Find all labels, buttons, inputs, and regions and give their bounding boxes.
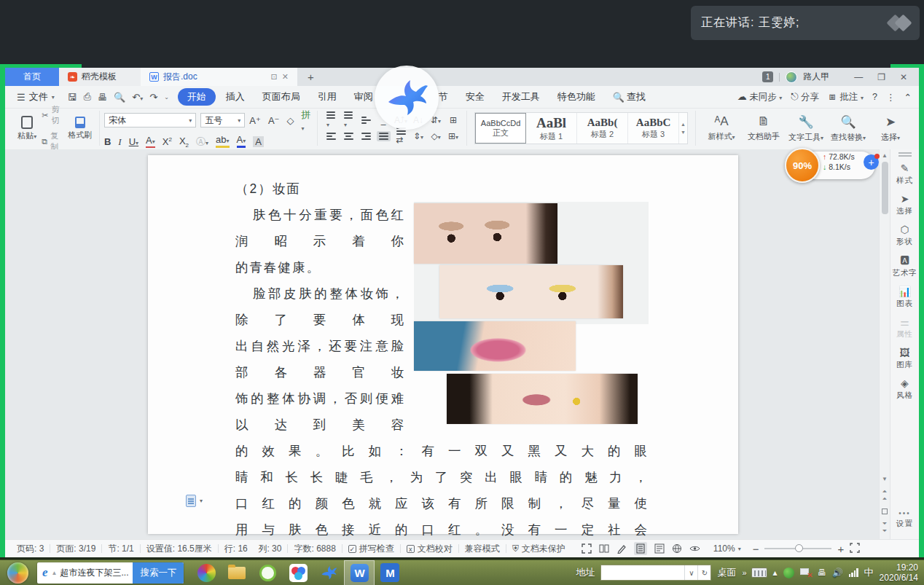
widget-plus-button[interactable]: +	[864, 154, 879, 170]
justify-button[interactable]	[377, 131, 391, 141]
tab-close-icon[interactable]: ✕	[282, 72, 289, 82]
user-avatar[interactable]	[786, 71, 797, 83]
more-icon[interactable]: ⌄	[164, 94, 169, 101]
desktop-toolbar-label[interactable]: 桌面	[717, 566, 736, 579]
page-view-icon[interactable]	[634, 542, 647, 555]
previous-page-icon[interactable]: ⏶⏶	[882, 488, 887, 503]
web-view-icon[interactable]	[672, 543, 682, 554]
share-button[interactable]: ⎋ 分享	[791, 91, 819, 103]
line-spacing-button[interactable]: ⇕▾	[413, 131, 423, 141]
autocorrect-options-button[interactable]: ▾	[186, 495, 203, 507]
clear-format-button[interactable]: ◇	[286, 115, 294, 126]
new-tab-button[interactable]: +	[297, 68, 324, 86]
numbered-list-button[interactable]: ▾	[344, 111, 353, 129]
redo-icon[interactable]: ↷	[149, 92, 157, 103]
tab-home[interactable]: 首页	[5, 68, 59, 86]
scroll-down-icon[interactable]: ▼	[882, 476, 888, 482]
menu-item-references[interactable]: 引用	[310, 88, 344, 106]
news-headline[interactable]: 超市连夜下架三...	[60, 567, 133, 579]
window-count-badge[interactable]: 1	[762, 71, 773, 82]
zoom-out-button[interactable]: −	[753, 543, 759, 555]
style-normal[interactable]: AaBbCcDd 正文	[475, 113, 526, 144]
present-icon[interactable]: ⊡	[271, 72, 278, 82]
style-scroll-down-icon[interactable]: ▼	[681, 130, 686, 135]
outline-view-icon[interactable]	[654, 543, 665, 554]
address-dropdown-icon[interactable]: ∨	[684, 565, 697, 580]
tray-volume-icon[interactable]: 🔊	[832, 568, 843, 578]
menu-item-find[interactable]: 🔍 查找	[606, 88, 653, 106]
doc-assistant-button[interactable]: 🗎 文档助手	[743, 114, 785, 142]
format-painter-button[interactable]: 格式刷	[66, 117, 95, 141]
file-menu[interactable]: ☰ 文件 ▾	[12, 90, 59, 103]
sidebar-item-chart[interactable]: 📊图表	[896, 286, 913, 309]
bold-button[interactable]: B	[104, 136, 111, 147]
increase-font-button[interactable]: A⁺	[249, 115, 261, 126]
taskbar-thunder-icon[interactable]	[313, 560, 344, 585]
style-heading3[interactable]: AaBbC 标题 3	[628, 113, 679, 144]
address-input[interactable]: ∨ ↻	[600, 565, 711, 581]
taskbar-explorer-icon[interactable]	[222, 560, 252, 585]
browse-object-icon[interactable]	[882, 509, 888, 514]
fullscreen-view-icon[interactable]	[582, 543, 592, 554]
decrease-indent-button[interactable]	[361, 117, 371, 124]
taskbar-browser-icon[interactable]	[191, 560, 222, 585]
zoom-in-button[interactable]: +	[837, 543, 844, 555]
italic-button[interactable]: I	[118, 136, 121, 148]
style-scroll-up-icon[interactable]: ▲	[681, 122, 686, 127]
vertical-scrollbar[interactable]: ▲ ▼ ⏶⏶ ⏷⏷	[879, 149, 890, 539]
menu-item-features[interactable]: 特色功能	[550, 88, 603, 106]
minimize-button[interactable]: —	[854, 72, 863, 82]
insert-table-icon[interactable]: ⊞	[450, 115, 457, 125]
export-pdf-icon[interactable]: ⎙	[84, 91, 91, 103]
taskbar-meeting-app-icon[interactable]: M	[375, 560, 405, 585]
document-page[interactable]: （2）妆面 肤色十分重要，面色红润昭示着你 的青春健康。 脸部皮肤的整体妆饰，除…	[148, 155, 738, 534]
menu-item-dev-tools[interactable]: 开发工具	[495, 88, 547, 106]
sidebar-item-theme[interactable]: ◈风格	[896, 377, 913, 401]
comment-button[interactable]: 🗉 批注 ▾	[828, 91, 864, 103]
touch-keyboard-icon[interactable]	[751, 568, 767, 578]
status-word-count[interactable]: 字数: 6888	[288, 543, 341, 555]
new-style-button[interactable]: ᴬA 新样式▾	[700, 114, 743, 142]
start-button[interactable]	[7, 562, 28, 584]
tray-signal-icon[interactable]	[849, 568, 858, 577]
menu-item-page-layout[interactable]: 页面布局	[255, 88, 308, 106]
doc-protection-status[interactable]: ⛨文档未保护	[506, 543, 571, 555]
ink-pen-icon[interactable]	[616, 543, 627, 554]
print-icon[interactable]: 🖶	[98, 92, 107, 103]
paste-button[interactable]: 粘贴▾	[12, 116, 42, 141]
taskbar-wps-icon[interactable]: W	[344, 560, 375, 585]
subscript-button[interactable]: X2	[179, 136, 189, 149]
sidebar-item-select[interactable]: ➤选择	[896, 193, 913, 216]
cut-button[interactable]: ✂剪切	[42, 104, 65, 126]
kebab-menu-icon[interactable]: ⋮	[886, 92, 896, 103]
shading-button[interactable]: ◇▾	[431, 131, 440, 141]
tab-report-doc[interactable]: W 报告.doc ⊡ ✕	[141, 68, 297, 86]
taskbar-green-app-icon[interactable]	[252, 560, 283, 585]
distribute-button[interactable]: ⇄	[396, 127, 406, 145]
eye-protect-icon[interactable]	[689, 543, 700, 554]
address-go-icon[interactable]: ↻	[697, 565, 710, 580]
taskbar-clock[interactable]: 19:20 2020/6/14	[880, 562, 918, 583]
sync-status[interactable]: ☁ 未同步 ▾	[737, 91, 782, 103]
menu-item-insert[interactable]: 插入	[219, 88, 252, 106]
collapse-ribbon-icon[interactable]: ⌃	[904, 92, 912, 103]
bullet-list-button[interactable]: ▾	[326, 111, 335, 129]
xunlei-floating-window[interactable]	[373, 70, 440, 125]
align-right-button[interactable]	[361, 133, 371, 140]
zoom-slider-knob[interactable]	[795, 544, 803, 552]
sidebar-collapse-handle[interactable]	[898, 152, 912, 157]
username-label[interactable]: 路人甲	[803, 71, 829, 83]
net-speed-widget[interactable]: 90% ↑ 72.8K/s ↓ 8.1K/s +	[785, 148, 877, 184]
tray-expand-icon[interactable]: ▴	[773, 568, 778, 578]
align-center-button[interactable]	[344, 133, 353, 140]
style-heading2[interactable]: AaBb( 标题 2	[577, 113, 628, 144]
print-preview-icon[interactable]: 🔍	[114, 92, 125, 103]
search-now-button[interactable]: 搜索一下	[133, 562, 184, 584]
font-color-button[interactable]: A▾	[237, 136, 246, 148]
scrollbar-thumb[interactable]	[882, 162, 888, 214]
decrease-font-button[interactable]: A⁻	[268, 115, 280, 126]
undo-icon[interactable]: ↶▾	[132, 92, 143, 103]
save-icon[interactable]: 🖫	[68, 92, 77, 103]
menu-item-security[interactable]: 安全	[458, 88, 492, 106]
zoom-slider[interactable]	[764, 548, 831, 549]
